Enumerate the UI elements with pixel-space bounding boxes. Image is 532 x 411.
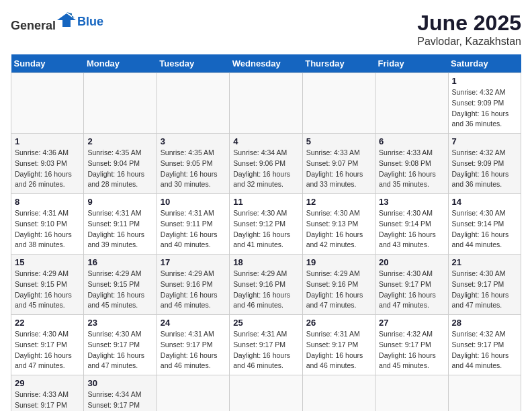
day-info: Sunrise: 4:31 AMSunset: 9:17 PMDaylight:… xyxy=(306,330,363,369)
day-number: 1 xyxy=(15,136,80,146)
day-number: 22 xyxy=(15,318,80,328)
calendar-day-cell: 1 Sunrise: 4:36 AMSunset: 9:03 PMDayligh… xyxy=(11,134,84,194)
day-number: 24 xyxy=(161,318,226,328)
day-info: Sunrise: 4:33 AMSunset: 9:17 PMDaylight:… xyxy=(15,390,72,411)
day-number: 8 xyxy=(15,197,80,207)
day-of-week-header: Monday xyxy=(84,54,157,73)
calendar-day-cell: 15 Sunrise: 4:29 AMSunset: 9:15 PMDaylig… xyxy=(11,255,84,315)
calendar-day-cell: 8 Sunrise: 4:31 AMSunset: 9:10 PMDayligh… xyxy=(11,194,84,255)
calendar-day-cell: 20 Sunrise: 4:30 AMSunset: 9:17 PMDaylig… xyxy=(375,255,448,315)
day-info: Sunrise: 4:31 AMSunset: 9:17 PMDaylight:… xyxy=(161,330,218,369)
calendar-header-row: SundayMondayTuesdayWednesdayThursdayFrid… xyxy=(11,54,521,73)
day-info: Sunrise: 4:29 AMSunset: 9:15 PMDaylight:… xyxy=(87,269,144,309)
calendar-day-cell: 24 Sunrise: 4:31 AMSunset: 9:17 PMDaylig… xyxy=(157,315,229,375)
calendar-day-cell: 17 Sunrise: 4:29 AMSunset: 9:16 PMDaylig… xyxy=(157,255,229,315)
day-number: 14 xyxy=(452,197,517,207)
calendar-day-cell: 2 Sunrise: 4:35 AMSunset: 9:04 PMDayligh… xyxy=(84,134,157,194)
day-number: 21 xyxy=(452,257,517,267)
logo-general-text: General xyxy=(11,11,76,33)
calendar-day-cell: 25 Sunrise: 4:31 AMSunset: 9:17 PMDaylig… xyxy=(230,315,302,375)
day-number: 20 xyxy=(379,257,444,267)
calendar-day-cell: 19 Sunrise: 4:29 AMSunset: 9:16 PMDaylig… xyxy=(302,255,375,315)
calendar-day-cell: 16 Sunrise: 4:29 AMSunset: 9:15 PMDaylig… xyxy=(84,255,157,315)
day-of-week-header: Tuesday xyxy=(157,54,229,73)
day-number: 27 xyxy=(379,318,444,328)
day-info: Sunrise: 4:32 AMSunset: 9:09 PMDaylight:… xyxy=(452,148,509,188)
day-number: 7 xyxy=(452,136,517,146)
day-info: Sunrise: 4:29 AMSunset: 9:16 PMDaylight:… xyxy=(233,269,290,309)
day-info: Sunrise: 4:34 AMSunset: 9:17 PMDaylight:… xyxy=(87,390,144,411)
logo-text-general: General xyxy=(11,19,56,32)
day-info: Sunrise: 4:33 AMSunset: 9:07 PMDaylight:… xyxy=(306,148,363,188)
day-info: Sunrise: 4:29 AMSunset: 9:16 PMDaylight:… xyxy=(306,269,363,309)
svg-marker-0 xyxy=(57,13,76,27)
calendar-day-cell: 26 Sunrise: 4:31 AMSunset: 9:17 PMDaylig… xyxy=(302,315,375,375)
calendar-day-cell: 12 Sunrise: 4:30 AMSunset: 9:13 PMDaylig… xyxy=(302,194,375,255)
calendar-day-cell xyxy=(84,73,157,134)
day-number: 28 xyxy=(452,318,517,328)
calendar-day-cell: 4 Sunrise: 4:34 AMSunset: 9:06 PMDayligh… xyxy=(230,134,302,194)
location-subtitle: Pavlodar, Kazakhstan xyxy=(417,36,521,48)
day-number: 17 xyxy=(161,257,226,267)
calendar-body: 1 Sunrise: 4:32 AMSunset: 9:09 PMDayligh… xyxy=(11,73,521,412)
calendar-day-cell xyxy=(157,73,229,134)
day-number: 30 xyxy=(87,378,152,388)
day-info: Sunrise: 4:31 AMSunset: 9:17 PMDaylight:… xyxy=(233,330,290,369)
title-area: June 2025 Pavlodar, Kazakhstan xyxy=(417,11,521,48)
calendar-day-cell: 3 Sunrise: 4:35 AMSunset: 9:05 PMDayligh… xyxy=(157,134,229,194)
day-info: Sunrise: 4:34 AMSunset: 9:06 PMDaylight:… xyxy=(233,148,290,188)
calendar-day-cell: 21 Sunrise: 4:30 AMSunset: 9:17 PMDaylig… xyxy=(448,255,521,315)
day-info: Sunrise: 4:30 AMSunset: 9:12 PMDaylight:… xyxy=(233,209,290,248)
calendar-day-cell xyxy=(302,375,375,412)
calendar-day-cell: 28 Sunrise: 4:32 AMSunset: 9:17 PMDaylig… xyxy=(448,315,521,375)
calendar-day-cell: 9 Sunrise: 4:31 AMSunset: 9:11 PMDayligh… xyxy=(84,194,157,255)
day-number: 18 xyxy=(233,257,298,267)
day-of-week-header: Wednesday xyxy=(230,54,302,73)
day-info: Sunrise: 4:30 AMSunset: 9:14 PMDaylight:… xyxy=(452,209,509,248)
calendar-day-cell: 22 Sunrise: 4:30 AMSunset: 9:17 PMDaylig… xyxy=(11,315,84,375)
day-info: Sunrise: 4:30 AMSunset: 9:17 PMDaylight:… xyxy=(15,330,72,369)
calendar-day-cell xyxy=(302,73,375,134)
day-info: Sunrise: 4:30 AMSunset: 9:17 PMDaylight:… xyxy=(87,330,144,369)
day-info: Sunrise: 4:36 AMSunset: 9:03 PMDaylight:… xyxy=(15,148,72,188)
calendar-week-row: 1 Sunrise: 4:36 AMSunset: 9:03 PMDayligh… xyxy=(11,134,521,194)
day-number: 9 xyxy=(87,197,152,207)
day-info: Sunrise: 4:32 AMSunset: 9:17 PMDaylight:… xyxy=(379,330,436,369)
day-info: Sunrise: 4:29 AMSunset: 9:16 PMDaylight:… xyxy=(161,269,218,309)
day-info: Sunrise: 4:35 AMSunset: 9:04 PMDaylight:… xyxy=(87,148,144,188)
calendar-day-cell: 11 Sunrise: 4:30 AMSunset: 9:12 PMDaylig… xyxy=(230,194,302,255)
day-number: 5 xyxy=(306,136,371,146)
day-info: Sunrise: 4:35 AMSunset: 9:05 PMDaylight:… xyxy=(161,148,218,188)
day-info: Sunrise: 4:30 AMSunset: 9:13 PMDaylight:… xyxy=(306,209,363,248)
calendar-day-cell: 29 Sunrise: 4:33 AMSunset: 9:17 PMDaylig… xyxy=(11,375,84,412)
day-number: 6 xyxy=(379,136,444,146)
day-number: 23 xyxy=(87,318,152,328)
day-number: 13 xyxy=(379,197,444,207)
day-number: 19 xyxy=(306,257,371,267)
day-number: 12 xyxy=(306,197,371,207)
logo-bird-icon xyxy=(57,11,76,30)
day-info: Sunrise: 4:30 AMSunset: 9:17 PMDaylight:… xyxy=(379,269,436,309)
day-number: 10 xyxy=(161,197,226,207)
calendar-day-cell: 13 Sunrise: 4:30 AMSunset: 9:14 PMDaylig… xyxy=(375,194,448,255)
day-number: 4 xyxy=(233,136,298,146)
day-number: 11 xyxy=(233,197,298,207)
day-number: 1 xyxy=(452,76,517,86)
page-header: General Blue June 2025 Pavlodar, Kazakhs… xyxy=(11,11,521,48)
calendar-day-cell: 27 Sunrise: 4:32 AMSunset: 9:17 PMDaylig… xyxy=(375,315,448,375)
calendar-day-cell xyxy=(375,375,448,412)
calendar-week-row: 15 Sunrise: 4:29 AMSunset: 9:15 PMDaylig… xyxy=(11,255,521,315)
calendar-week-row: 22 Sunrise: 4:30 AMSunset: 9:17 PMDaylig… xyxy=(11,315,521,375)
calendar-day-cell: 1 Sunrise: 4:32 AMSunset: 9:09 PMDayligh… xyxy=(448,73,521,134)
calendar-day-cell: 5 Sunrise: 4:33 AMSunset: 9:07 PMDayligh… xyxy=(302,134,375,194)
day-info: Sunrise: 4:30 AMSunset: 9:17 PMDaylight:… xyxy=(452,269,509,309)
day-number: 2 xyxy=(87,136,152,146)
calendar-day-cell: 18 Sunrise: 4:29 AMSunset: 9:16 PMDaylig… xyxy=(230,255,302,315)
calendar-day-cell: 6 Sunrise: 4:33 AMSunset: 9:08 PMDayligh… xyxy=(375,134,448,194)
day-info: Sunrise: 4:31 AMSunset: 9:11 PMDaylight:… xyxy=(161,209,218,248)
logo-blue-text: Blue xyxy=(77,15,103,29)
day-info: Sunrise: 4:31 AMSunset: 9:10 PMDaylight:… xyxy=(15,209,72,248)
day-number: 26 xyxy=(306,318,371,328)
day-info: Sunrise: 4:31 AMSunset: 9:11 PMDaylight:… xyxy=(87,209,144,248)
calendar-week-row: 8 Sunrise: 4:31 AMSunset: 9:10 PMDayligh… xyxy=(11,194,521,255)
